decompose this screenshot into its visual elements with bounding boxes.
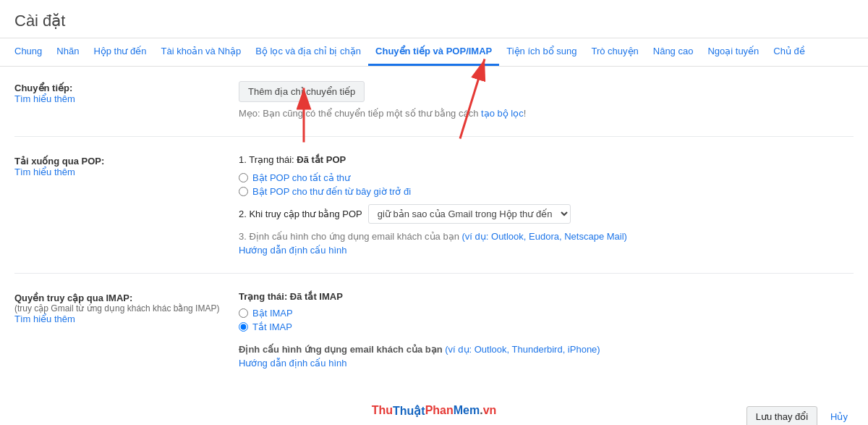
create-filter-link[interactable]: tạo bộ lọc <box>481 108 524 119</box>
imap-radio-off: Tắt IMAP <box>239 321 854 332</box>
tab-nhan[interactable]: Nhãn <box>49 38 86 66</box>
pop-config-example: (ví dụ: Outlook, Eudora, Netscape Mail) <box>462 231 627 242</box>
imap-subtitle: (truy cập Gmail từ ứng dụng khách khác b… <box>14 303 224 314</box>
imap-config-example: (ví dụ: Outlook, Thunderbird, iPhone) <box>445 344 600 355</box>
imap-config-strong: Định cấu hình ứng dụng email khách của b… <box>239 344 445 355</box>
imap-radio-on: Bật IMAP <box>239 308 854 319</box>
pop-dropdown-row: 2. Khi truy cập thư bằng POP giữ bản sao… <box>239 204 854 224</box>
pop-config-text: 3. Định cấu hình cho ứng dụng email khác… <box>239 231 854 242</box>
footer-buttons: Lưu thay đổi Hủy <box>0 399 868 425</box>
chuyen-tiep-content: Thêm địa chỉ chuyển tiếp Mẹo: Bạn cũng c… <box>239 81 854 119</box>
imap-radio-on-input[interactable] <box>239 308 248 318</box>
chuyen-tiep-title: Chuyển tiếp: <box>14 83 224 93</box>
pop-radio-all: Bật POP cho tất cả thư <box>239 172 854 183</box>
imap-config-guide-link[interactable]: Hướng dẫn định cấu hình <box>239 358 346 369</box>
pop-status-prefix: 1. Trạng thái: <box>239 154 297 165</box>
cancel-button[interactable]: Hủy <box>825 407 854 425</box>
pop-config-guide-link[interactable]: Hướng dẫn định cấu hình <box>239 245 346 256</box>
imap-label: Quyền truy cập qua IMAP: (truy cập Gmail… <box>14 291 239 324</box>
pop-status-row: 1. Trạng thái: Đã tắt POP <box>239 154 854 165</box>
chuyen-tiep-tip: Mẹo: Bạn cũng có thể chuyển tiếp một số … <box>239 108 854 119</box>
tip-prefix: Mẹo: Bạn cũng có thể chuyển tiếp một số … <box>239 108 481 119</box>
tab-chu-de[interactable]: Chủ đề <box>766 38 812 66</box>
chuyen-tiep-label: Chuyển tiếp: Tìm hiểu thêm <box>14 81 239 104</box>
pop-radio-new-input[interactable] <box>239 187 248 196</box>
nav-tabs: Chung Nhãn Hộp thư đến Tài khoản và Nhập… <box>0 38 868 67</box>
imap-learn-more[interactable]: Tìm hiểu thêm <box>14 314 75 324</box>
imap-status: Trạng thái: Đã tắt IMAP <box>239 291 854 302</box>
tab-ngoai-tuyen[interactable]: Ngoại tuyến <box>700 38 766 66</box>
imap-radio-on-label: Bật IMAP <box>252 308 293 319</box>
tab-bo-loc[interactable]: Bộ lọc và địa chỉ bị chặn <box>248 38 368 66</box>
pop-status-value: Đã tắt POP <box>297 154 346 165</box>
pop-radio-all-input[interactable] <box>239 173 248 182</box>
add-forward-address-button[interactable]: Thêm địa chỉ chuyển tiếp <box>239 81 365 102</box>
tab-tai-khoan[interactable]: Tài khoản và Nhập <box>154 38 249 66</box>
imap-title: Quyền truy cập qua IMAP: <box>14 293 224 303</box>
pop-content: 1. Trạng thái: Đã tắt POP Bật POP cho tấ… <box>239 154 854 256</box>
imap-config-area: Định cấu hình ứng dụng email khách của b… <box>239 344 854 369</box>
pop-title: Tải xuống qua POP: <box>14 156 224 167</box>
tab-nang-cao[interactable]: Nâng cao <box>646 38 701 66</box>
chuyen-tiep-section: Chuyển tiếp: Tìm hiểu thêm Thêm địa chỉ … <box>14 81 854 137</box>
pop-radio-all-label: Bật POP cho tất cả thư <box>252 172 350 183</box>
imap-config-text: Định cấu hình ứng dụng email khách của b… <box>239 344 854 355</box>
save-button[interactable]: Lưu thay đổi <box>746 406 817 425</box>
tab-hop-thu-den[interactable]: Hộp thư đến <box>86 38 153 66</box>
pop-radio-new: Bật POP cho thư đến từ bây giờ trở đi <box>239 186 854 197</box>
imap-radio-off-input[interactable] <box>239 322 248 332</box>
page-title: Cài đặt <box>0 0 868 38</box>
pop-config-prefix: 3. Định cấu hình cho ứng dụng email khác… <box>239 231 462 242</box>
pop-label: Tải xuống qua POP: Tìm hiểu thêm <box>14 154 239 177</box>
pop-access-dropdown[interactable]: giữ bản sao của Gmail trong Hộp thư đếnx… <box>368 204 571 224</box>
imap-section: Quyền truy cập qua IMAP: (truy cập Gmail… <box>14 291 854 386</box>
tab-chuyen-tiep[interactable]: Chuyển tiếp và POP/IMAP <box>368 38 499 66</box>
chuyen-tiep-learn-more[interactable]: Tìm hiểu thêm <box>14 93 75 104</box>
tip-suffix: ! <box>524 108 527 119</box>
pop-radio-new-label: Bật POP cho thư đến từ bây giờ trở đi <box>252 186 411 197</box>
imap-radio-off-label: Tắt IMAP <box>252 321 292 332</box>
content-area: Chuyển tiếp: Tìm hiểu thêm Thêm địa chỉ … <box>0 67 868 399</box>
tab-tien-ich[interactable]: Tiện ích bổ sung <box>499 38 584 66</box>
pop-dropdown-prefix: 2. Khi truy cập thư bằng POP <box>239 209 362 219</box>
imap-content: Trạng thái: Đã tắt IMAP Bật IMAP Tắt IMA… <box>239 291 854 369</box>
pop-section: Tải xuống qua POP: Tìm hiểu thêm 1. Trạn… <box>14 154 854 274</box>
pop-learn-more[interactable]: Tìm hiểu thêm <box>14 167 75 177</box>
tab-tro-chuyen[interactable]: Trò chuyện <box>584 38 645 66</box>
tab-chung[interactable]: Chung <box>7 38 49 66</box>
